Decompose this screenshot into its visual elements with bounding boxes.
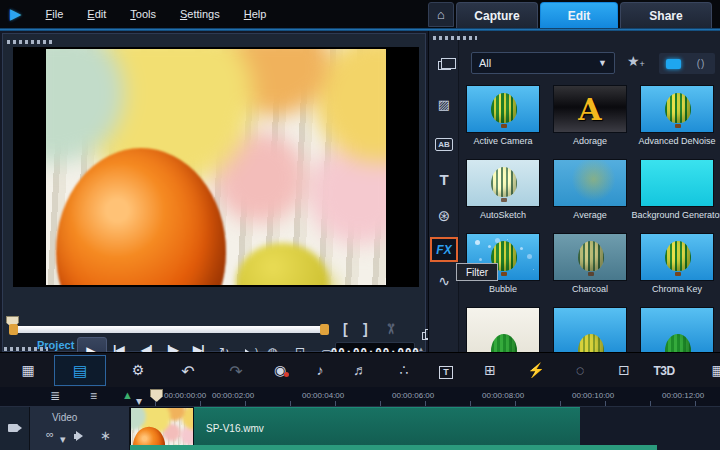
subtitle-editor-icon[interactable]: T — [434, 362, 458, 379]
filter-tooltip: Filter — [456, 263, 498, 281]
caret-down-icon: ▾ — [60, 433, 66, 446]
filter-thumbnail — [640, 307, 714, 352]
filter-thumbnail — [640, 159, 714, 207]
toolbox-icon[interactable]: ⚙ — [126, 362, 150, 378]
seek-bar[interactable] — [11, 326, 329, 333]
timeline-tracks: Video ∞ ▾ ∗ SP-V16.wmv — [0, 407, 720, 450]
filter-label: Chroma Key — [652, 284, 702, 294]
filter-thumbnail — [466, 159, 540, 207]
overlay-track-strip[interactable] — [130, 445, 657, 450]
track-label: Video — [52, 412, 77, 423]
record-capture-icon[interactable]: ◉ — [268, 362, 292, 378]
title-icon[interactable]: T — [429, 171, 459, 188]
filter-thumbnail — [553, 159, 627, 207]
timeline-view-icon[interactable]: ▤ — [54, 355, 106, 386]
motion-path-icon[interactable]: ∿ — [429, 273, 459, 289]
video-frame — [46, 49, 386, 285]
filter-item[interactable]: Background Generator — [634, 159, 720, 233]
filter-item[interactable]: Advanced DeNoise — [634, 85, 720, 159]
sound-mixer-icon[interactable]: ∴ — [392, 362, 416, 378]
menu-settings[interactable]: Settings — [180, 8, 220, 20]
split-screen-icon[interactable]: ⊞ — [478, 362, 502, 378]
filter-thumbnail — [640, 85, 714, 133]
ruler-tick-label: 00:00:04:00 — [302, 391, 344, 400]
menu-edit[interactable]: Edit — [87, 8, 106, 20]
title-3d-icon[interactable]: T3D — [652, 364, 676, 378]
menu-help[interactable]: Help — [244, 8, 267, 20]
panel-drag-handle[interactable] — [7, 40, 55, 44]
filter-item[interactable] — [547, 307, 634, 352]
timeline-clip[interactable]: SP-V16.wmv — [194, 407, 580, 450]
filter-item[interactable]: AutoSketch — [460, 159, 547, 233]
filter-item[interactable] — [460, 307, 547, 352]
filter-item[interactable]: Average — [547, 159, 634, 233]
undo-icon[interactable]: ↶ — [176, 362, 200, 381]
filter-label: AutoSketch — [480, 210, 526, 220]
filter-item[interactable]: Chroma Key — [634, 233, 720, 307]
media-icon[interactable] — [429, 57, 459, 73]
filter-thumbnail — [466, 307, 540, 352]
track-mute-icon[interactable] — [74, 430, 87, 442]
customize-motion-icon[interactable]: ◌ — [568, 362, 592, 378]
filter-thumbnail — [553, 307, 627, 352]
timeline-area: ▦ ▤ ⚙ ↶ ↷ ◉ ♪ ♬ ∴ T ⊞ ⚡ ◌ ⊡ T3D ▦ ≣ ≡ ▲ … — [0, 352, 720, 450]
filter-thumbnail — [553, 233, 627, 281]
tab-edit[interactable]: Edit — [540, 2, 618, 28]
video-camera-icon — [8, 424, 18, 432]
mark-in-button[interactable]: [ — [343, 321, 348, 337]
filter-item[interactable] — [634, 307, 720, 352]
home-button[interactable]: ⌂ — [428, 2, 454, 27]
videostudio-window: ▶ File Edit Tools Settings Help ⌂ Captur… — [0, 0, 720, 450]
menu-tools[interactable]: Tools — [130, 8, 156, 20]
tab-share[interactable]: Share — [620, 2, 712, 28]
timeline-toolbar: ▦ ▤ ⚙ ↶ ↷ ◉ ♪ ♬ ∴ T ⊞ ⚡ ◌ ⊡ T3D ▦ — [0, 355, 720, 387]
dropdown-arrow-icon: ▼ — [598, 58, 607, 68]
trim-start-handle[interactable] — [9, 324, 18, 335]
storyboard-view-icon[interactable]: ▦ — [16, 362, 40, 378]
track-manager-icon[interactable]: ≣ — [50, 389, 60, 403]
add-track-icon[interactable]: ▲ — [122, 389, 133, 401]
filter-thumbnail — [466, 85, 540, 133]
filter-item[interactable]: A Adorage — [547, 85, 634, 159]
filter-item[interactable]: Charcoal — [547, 233, 634, 307]
mark-out-button[interactable]: ] — [363, 321, 368, 337]
instant-project-icon[interactable]: ▨ — [429, 97, 459, 112]
filter-label: Advanced DeNoise — [638, 136, 715, 146]
menu-file[interactable]: File — [46, 8, 64, 20]
panel-drag-handle[interactable] — [4, 347, 48, 351]
track-motion-icon[interactable]: ⊡ — [612, 362, 636, 378]
filter-label: Background Generator — [631, 210, 720, 220]
sound-frames-icon[interactable]: ♬ — [348, 362, 372, 378]
options-view-icon: () — [697, 58, 706, 69]
motion-tracking-icon[interactable]: ⚡ — [524, 362, 548, 378]
preview-screen[interactable] — [13, 47, 419, 287]
track-list-icon[interactable]: ≡ — [90, 389, 97, 403]
transition-icon[interactable]: AB — [429, 135, 459, 151]
ripple-edit-icon[interactable]: ∗ — [100, 428, 111, 443]
redo-icon[interactable]: ↷ — [224, 362, 248, 381]
split-clip-button[interactable]: ✂ — [383, 323, 399, 335]
ruler-tick-label: 00:00:06:00 — [392, 391, 434, 400]
filter-gallery: Active Camera A Adorage Advanced DeNoise… — [459, 85, 720, 352]
filter-thumbnail — [640, 233, 714, 281]
link-clips-icon[interactable]: ∞ — [46, 428, 54, 440]
filter-label: Active Camera — [473, 136, 532, 146]
filter-fx-button[interactable]: FX — [430, 237, 458, 262]
panel-drag-handle[interactable] — [433, 36, 477, 40]
ruler-tick-label: 00:00:00:00 — [164, 391, 206, 400]
ruler-ticks — [155, 401, 720, 406]
partial-edge-icon[interactable]: ▦ — [706, 362, 720, 378]
filter-category-dropdown[interactable]: All ▼ — [471, 52, 615, 74]
auto-music-icon[interactable]: ♪ — [308, 362, 332, 378]
library-panel: ▨ AB T ⊛ FX ∿ All ▼ ★+ () Active Camera … — [428, 31, 720, 352]
clip-thumbnail[interactable] — [130, 407, 194, 450]
options-view-button[interactable]: () — [687, 53, 715, 74]
trim-end-handle[interactable] — [320, 324, 329, 335]
preview-panel: Project ▾ Clip ▾ ▶ |◀ ◀| |▶ ▶| ↻ ) ◍▾ ⊡▾… — [2, 33, 426, 352]
add-to-favorites-button[interactable]: ★+ — [627, 53, 645, 69]
timeline-ruler[interactable]: ≣ ≡ ▲ ▾ 00:00:00:00 00:00:02:00 00:00:04… — [0, 387, 720, 407]
graphic-icon[interactable]: ⊛ — [429, 207, 459, 225]
thumbnail-view-button[interactable] — [659, 53, 687, 74]
tab-capture[interactable]: Capture — [456, 2, 538, 28]
filter-item[interactable]: Active Camera — [460, 85, 547, 159]
